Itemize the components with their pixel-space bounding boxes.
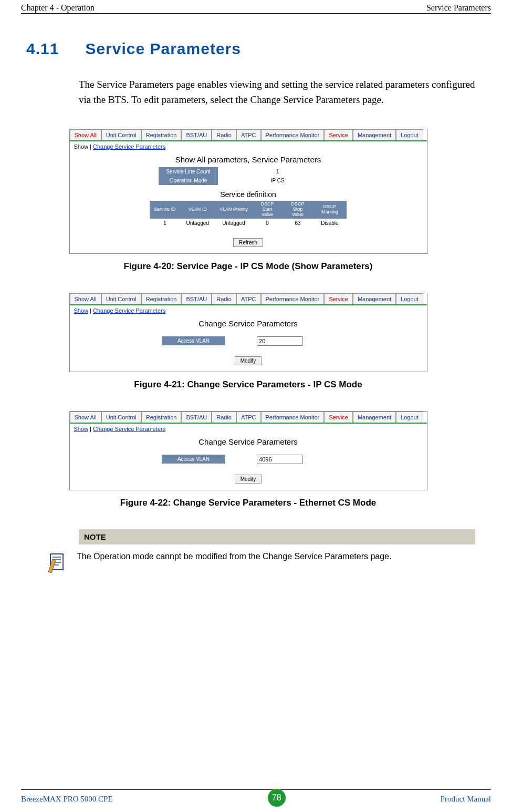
panel-title: Change Service Parameters [70, 316, 427, 331]
param-table: Service Line Count 1 Operation Mode IP C… [159, 167, 338, 185]
access-vlan-label: Access VLAN [162, 336, 225, 345]
tab-bst-au[interactable]: BST/AU [181, 293, 212, 304]
panel-title: Show All parameters, Service Parameters [70, 152, 427, 167]
tab-perf-monitor[interactable]: Performance Monitor [261, 129, 325, 140]
cell: Untagged [180, 219, 215, 228]
sublink-change[interactable]: Change Service Parameters [93, 143, 165, 150]
cell: 1 [150, 219, 180, 228]
sublink-show[interactable]: Show [74, 307, 89, 314]
sublink-row: Show | Change Service Parameters [70, 424, 427, 434]
note-block: NOTE The Operation mode cannpt be modifi… [79, 529, 475, 573]
cell: 63 [283, 219, 313, 228]
section-number: 4.11 [26, 40, 59, 58]
col-header: DSCP Stop Value [283, 201, 313, 219]
tab-row: Show All Unit Control Registration BST/A… [70, 293, 427, 305]
tab-perf-monitor[interactable]: Performance Monitor [261, 412, 325, 423]
sublink-change[interactable]: Change Service Parameters [93, 307, 165, 314]
tab-registration[interactable]: Registration [141, 129, 182, 140]
sublink-show: Show | [74, 143, 93, 150]
tab-perf-monitor[interactable]: Performance Monitor [261, 293, 325, 304]
figure-caption: Figure 4-21: Change Service Parameters -… [21, 379, 475, 390]
table-row: Operation Mode IP CS [159, 176, 338, 185]
tab-bst-au[interactable]: BST/AU [181, 412, 212, 423]
col-header: VLAN Priority [215, 201, 252, 219]
page-footer: BreezeMAX PRO 5000 CPE 78 Product Manual [21, 789, 491, 807]
tab-atpc[interactable]: ATPC [236, 129, 261, 140]
tab-service[interactable]: Service [324, 293, 353, 304]
figure-caption: Figure 4-20: Service Page - IP CS Mode (… [21, 261, 475, 272]
tab-logout[interactable]: Logout [396, 293, 423, 304]
param-label: Service Line Count [159, 167, 218, 176]
sublink-row: Show | Change Service Parameters [70, 305, 427, 316]
tab-radio[interactable]: Radio [212, 412, 236, 423]
figure-20: Show All Unit Control Registration BST/A… [21, 129, 475, 272]
access-vlan-input[interactable] [257, 455, 303, 464]
tab-management[interactable]: Management [353, 129, 396, 140]
tab-radio[interactable]: Radio [212, 129, 236, 140]
col-header: Service ID [150, 201, 180, 219]
note-heading: NOTE [79, 529, 475, 544]
param-label: Operation Mode [159, 176, 218, 185]
sublink-row: Show | Change Service Parameters [70, 141, 427, 152]
tab-logout[interactable]: Logout [396, 129, 423, 140]
modify-button[interactable]: Modify [235, 356, 262, 365]
sublink-change[interactable]: Change Service Parameters [93, 426, 165, 432]
param-value: 1 [218, 167, 338, 176]
note-icon [47, 552, 66, 573]
modify-button[interactable]: Modify [235, 475, 262, 484]
sublink-sep: | [88, 426, 93, 432]
tab-show-all[interactable]: Show All [70, 412, 101, 423]
tab-atpc[interactable]: ATPC [236, 412, 261, 423]
tab-show-all[interactable]: Show All [70, 293, 101, 304]
tab-bst-au[interactable]: BST/AU [181, 129, 212, 140]
figure-22: Show All Unit Control Registration BST/A… [21, 411, 475, 508]
section-title: Service Parameters [85, 40, 241, 58]
sublink-sep: | [88, 307, 93, 314]
footer-right: Product Manual [441, 795, 491, 804]
access-vlan-row: Access VLAN [70, 455, 427, 464]
tab-logout[interactable]: Logout [396, 412, 423, 423]
access-vlan-input[interactable] [257, 336, 303, 346]
sublink-show[interactable]: Show [74, 426, 89, 432]
tab-service[interactable]: Service [324, 129, 353, 140]
intro-paragraph: The Service Parameters page enables view… [79, 77, 475, 108]
tab-management[interactable]: Management [353, 412, 396, 423]
tab-unit-control[interactable]: Unit Control [101, 129, 141, 140]
header-left: Chapter 4 - Operation [21, 3, 95, 13]
table-row: Service Line Count 1 [159, 167, 338, 176]
definition-table: Service ID VLAN ID VLAN Priority DSCP St… [150, 201, 347, 228]
tab-management[interactable]: Management [353, 293, 396, 304]
table-header-row: Service ID VLAN ID VLAN Priority DSCP St… [150, 201, 347, 219]
tab-show-all[interactable]: Show All [70, 129, 101, 140]
panel-subtitle: Service definition [70, 188, 427, 201]
param-value: IP CS [218, 176, 338, 185]
header-right: Service Parameters [426, 3, 491, 13]
cell: Untagged [215, 219, 252, 228]
access-vlan-label: Access VLAN [162, 455, 225, 464]
page-header: Chapter 4 - Operation Service Parameters [21, 0, 491, 14]
section-heading: 4.11 Service Parameters [21, 40, 475, 58]
tab-service[interactable]: Service [324, 412, 353, 423]
access-vlan-row: Access VLAN [70, 336, 427, 346]
refresh-button[interactable]: Refresh [233, 238, 263, 247]
note-text: The Operation mode cannpt be modified fr… [77, 552, 391, 561]
cell: 0 [252, 219, 283, 228]
col-header: VLAN ID [180, 201, 215, 219]
table-row: 1 Untagged Untagged 0 63 Disable [150, 219, 347, 228]
tab-row: Show All Unit Control Registration BST/A… [70, 129, 427, 141]
cell: Disable [313, 219, 347, 228]
col-header: DSCP Start Value [252, 201, 283, 219]
tab-unit-control[interactable]: Unit Control [101, 293, 141, 304]
tab-registration[interactable]: Registration [141, 412, 182, 423]
page-number: 78 [268, 789, 286, 807]
tab-row: Show All Unit Control Registration BST/A… [70, 412, 427, 424]
tab-unit-control[interactable]: Unit Control [101, 412, 141, 423]
panel-title: Change Service Parameters [70, 434, 427, 449]
figure-caption: Figure 4-22: Change Service Parameters -… [21, 498, 475, 508]
tab-atpc[interactable]: ATPC [236, 293, 261, 304]
col-header: DSCP Marking [313, 201, 347, 219]
tab-registration[interactable]: Registration [141, 293, 182, 304]
tab-radio[interactable]: Radio [212, 293, 236, 304]
figure-21: Show All Unit Control Registration BST/A… [21, 293, 475, 390]
footer-left: BreezeMAX PRO 5000 CPE [21, 795, 113, 804]
